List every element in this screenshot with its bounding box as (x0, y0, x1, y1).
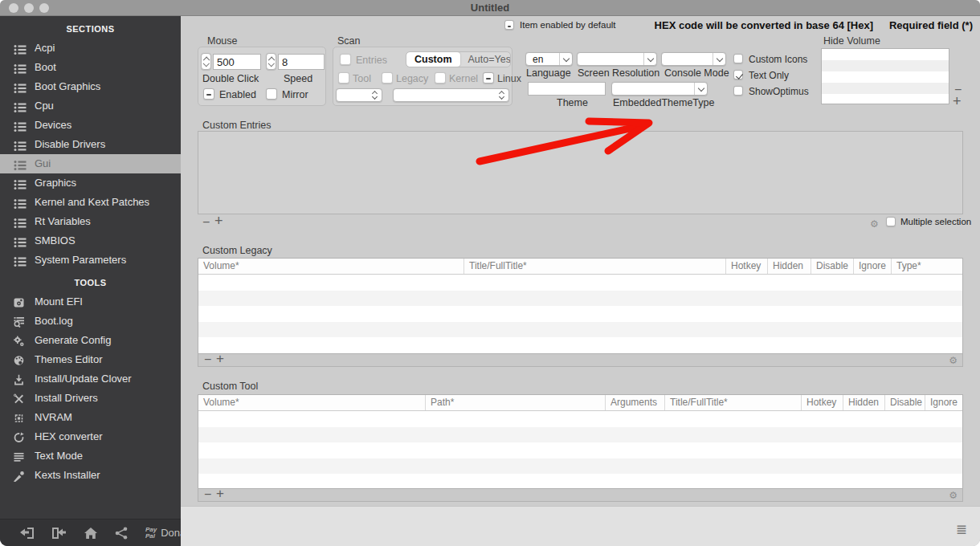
sidebar-item-label: Graphics (35, 177, 76, 189)
scan-combo-small[interactable] (336, 88, 382, 102)
speed-stepper[interactable] (266, 53, 276, 70)
item-enabled-default-checkbox[interactable] (504, 20, 514, 30)
title-bar[interactable]: Untitled (0, 0, 980, 16)
required-field-note: Required field (*) (889, 19, 973, 31)
screen-resolution-select[interactable] (577, 52, 657, 66)
mouse-group-label: Mouse (207, 35, 238, 47)
hide-volume-label: Hide Volume (823, 35, 880, 47)
double-click-stepper[interactable] (201, 53, 211, 70)
hide-volume-list[interactable] (821, 48, 949, 104)
home-icon[interactable] (84, 527, 98, 540)
sidebar-tool-hex-converter[interactable]: HEX converter (0, 427, 181, 446)
multiple-selection-checkbox[interactable] (886, 217, 896, 226)
console-mode-select[interactable] (661, 52, 726, 66)
share-icon[interactable] (115, 527, 129, 540)
sidebar-item-smbios[interactable]: SMBIOS (0, 231, 181, 251)
column-header[interactable]: Disable (884, 395, 925, 410)
scan-tool-checkbox[interactable] (338, 72, 349, 84)
sidebar-item-cpu[interactable]: Cpu (0, 96, 181, 116)
show-optimus-checkbox[interactable] (733, 86, 743, 96)
sidebar-item-label: Kernel and Kext Patches (35, 196, 149, 208)
text-only-checkbox[interactable] (733, 70, 743, 79)
custom-legacy-add-button[interactable]: + (216, 353, 224, 365)
sidebar-item-acpi[interactable]: Acpi (0, 39, 181, 58)
updown-chevrons-icon (496, 89, 508, 101)
custom-entries-gear-icon[interactable]: ⚙ (870, 218, 879, 230)
sidebar-item-kernel-kext-patches[interactable]: Kernel and Kext Patches (0, 193, 181, 212)
column-header[interactable]: Ignore (925, 395, 962, 410)
segment-auto-yes[interactable]: Auto=Yes (460, 52, 511, 67)
sidebar-item-label: Rt Variables (35, 215, 91, 227)
double-click-input[interactable] (213, 54, 261, 70)
custom-tool-gear-icon[interactable]: ⚙ (949, 490, 958, 501)
sidebar-tool-text-mode[interactable]: Text Mode (0, 446, 181, 466)
column-header[interactable]: Path* (425, 395, 605, 410)
sidebar-tool-themes-editor[interactable]: Themes Editor (0, 350, 181, 369)
export-config-icon[interactable] (51, 527, 67, 540)
app-window: Untitled SECTIONS Acpi Boot Boot Graphic… (0, 0, 980, 546)
sidebar-footer: PayPal Donate (0, 519, 181, 546)
column-header[interactable]: Volume* (198, 395, 425, 410)
sidebar-item-label: Text Mode (35, 450, 83, 462)
column-header[interactable]: Ignore (853, 259, 891, 274)
custom-entries-add-button[interactable]: + (214, 215, 223, 226)
theme-label: Theme (557, 97, 588, 108)
column-header[interactable]: Hidden (767, 259, 811, 274)
speed-input[interactable] (278, 54, 325, 70)
sidebar-tool-kexts-installer[interactable]: Kexts Installer (0, 466, 181, 485)
sidebar-tool-nvram[interactable]: NVRAM (0, 408, 181, 427)
scan-entries-checkbox[interactable] (340, 54, 351, 65)
sidebar-item-devices[interactable]: Devices (0, 116, 181, 135)
sidebar-item-label: Mount EFI (35, 295, 83, 308)
sidebar-item-label: Install Drivers (35, 392, 98, 404)
sidebar-tool-install-update-clover[interactable]: Install/Update Clover (0, 369, 181, 389)
custom-legacy-gear-icon[interactable]: ⚙ (949, 355, 958, 366)
custom-tool-label: Custom Tool (202, 381, 258, 392)
sidebar-item-graphics[interactable]: Graphics (0, 173, 181, 193)
custom-icons-checkbox[interactable] (733, 54, 743, 63)
sidebar-tool-mount-efi[interactable]: Mount EFI (0, 292, 181, 312)
custom-legacy-rows[interactable] (198, 275, 962, 353)
scan-kernel-checkbox[interactable] (435, 72, 446, 84)
sidebar-item-boot-graphics[interactable]: Boot Graphics (0, 77, 181, 96)
column-header[interactable]: Title/FullTitle* (463, 259, 725, 274)
column-header[interactable]: Type* (891, 259, 962, 274)
mouse-enabled-checkbox[interactable] (203, 88, 214, 100)
sidebar-item-boot[interactable]: Boot (0, 58, 181, 77)
menu-lines-icon[interactable]: ≣ (956, 521, 967, 538)
custom-tool-rows[interactable] (198, 411, 962, 488)
embedded-theme-type-select[interactable] (611, 82, 708, 96)
segment-custom[interactable]: Custom (406, 52, 460, 67)
hide-volume-add-button[interactable]: + (953, 96, 962, 107)
column-header[interactable]: Hotkey (725, 259, 767, 274)
column-header[interactable]: Hotkey (801, 395, 843, 410)
custom-entries-area[interactable] (198, 131, 963, 214)
sidebar-item-system-parameters[interactable]: System Parameters (0, 251, 181, 270)
sidebar-item-rt-variables[interactable]: Rt Variables (0, 212, 181, 231)
sidebar-tool-install-drivers[interactable]: Install Drivers (0, 389, 181, 408)
scan-combo-large[interactable] (393, 88, 509, 102)
sidebar-item-gui[interactable]: Gui (0, 154, 181, 173)
column-header[interactable]: Hidden (843, 395, 884, 410)
custom-tool-add-button[interactable]: + (216, 488, 224, 499)
custom-tool-remove-button[interactable]: − (204, 489, 211, 500)
column-header[interactable]: Disable (811, 259, 853, 274)
column-header[interactable]: Title/FullTitle* (664, 395, 801, 410)
column-header[interactable]: Arguments (605, 395, 664, 410)
sidebar-tool-boot-log[interactable]: Boot.log (0, 312, 181, 331)
theme-input[interactable] (528, 82, 606, 96)
scan-linux-label: Linux (497, 73, 521, 84)
mouse-mirror-checkbox[interactable] (266, 88, 277, 100)
sidebar-tool-generate-config[interactable]: Generate Config (0, 331, 181, 350)
scan-legacy-checkbox[interactable] (382, 72, 393, 84)
language-select[interactable]: en (525, 52, 573, 66)
scan-linux-checkbox[interactable] (483, 72, 494, 84)
mouse-enabled-label: Enabled (219, 89, 256, 100)
sidebar-item-disable-drivers[interactable]: Disable Drivers (0, 135, 181, 154)
custom-entries-remove-button[interactable]: − (202, 217, 210, 228)
custom-legacy-remove-button[interactable]: − (204, 354, 211, 365)
column-header[interactable]: Volume* (198, 259, 463, 274)
import-config-icon[interactable] (19, 527, 35, 540)
custom-tool-footer: − + ⚙ (198, 488, 962, 501)
language-value: en (533, 54, 543, 66)
